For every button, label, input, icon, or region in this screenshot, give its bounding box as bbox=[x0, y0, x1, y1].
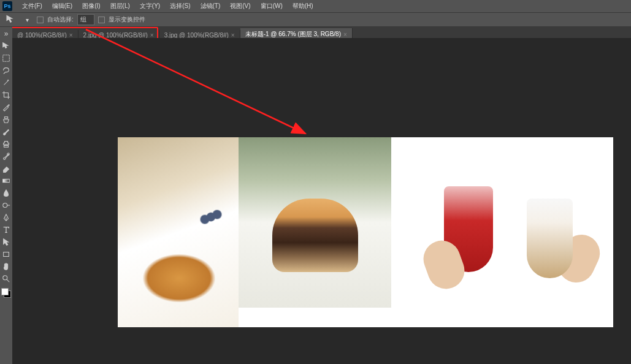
show-transform-checkbox[interactable] bbox=[98, 17, 105, 23]
menu-filter[interactable]: 滤镜(T) bbox=[196, 1, 226, 12]
marquee-tool[interactable] bbox=[1, 53, 12, 64]
show-transform-label: 显示变换控件 bbox=[109, 15, 145, 24]
gradient-tool[interactable] bbox=[1, 175, 12, 186]
lasso-tool[interactable] bbox=[1, 65, 12, 76]
tool-preset-dropdown[interactable]: ▾ bbox=[21, 15, 33, 25]
canvas-area[interactable] bbox=[12, 38, 631, 364]
blur-tool[interactable] bbox=[1, 188, 12, 199]
clone-stamp-tool[interactable] bbox=[1, 138, 12, 150]
svg-rect-1 bbox=[4, 117, 7, 119]
svg-point-6 bbox=[3, 276, 7, 280]
menu-edit[interactable]: 编辑(E) bbox=[47, 1, 77, 12]
menu-file[interactable]: 文件(F) bbox=[17, 1, 47, 12]
menu-bar: Ps 文件(F) 编辑(E) 图像(I) 图层(L) 文字(Y) 选择(S) 滤… bbox=[0, 0, 631, 12]
dodge-tool[interactable] bbox=[1, 200, 12, 211]
path-select-tool[interactable] bbox=[1, 237, 12, 248]
options-bar: ▾ 自动选择: 组 显示变换控件 bbox=[0, 12, 631, 27]
close-icon[interactable]: × bbox=[343, 31, 347, 38]
doc-tab-label: 未标题-1 @ 66.7% (图层 3, RGB/8) bbox=[245, 30, 341, 39]
svg-rect-0 bbox=[3, 55, 10, 62]
menu-type[interactable]: 文字(Y) bbox=[135, 1, 165, 12]
spot-heal-tool[interactable] bbox=[1, 114, 12, 125]
auto-select-dropdown[interactable]: 组 bbox=[77, 14, 94, 25]
history-brush-tool[interactable] bbox=[1, 151, 12, 162]
eraser-tool[interactable] bbox=[1, 163, 12, 174]
svg-point-4 bbox=[3, 203, 7, 208]
menu-select[interactable]: 选择(S) bbox=[165, 1, 195, 12]
hand-tool[interactable] bbox=[1, 261, 12, 272]
hand-shape bbox=[418, 235, 470, 294]
app-logo: Ps bbox=[2, 1, 12, 11]
pen-tool[interactable] bbox=[1, 212, 12, 223]
menu-layer[interactable]: 图层(L) bbox=[105, 1, 135, 12]
menu-view[interactable]: 视图(V) bbox=[225, 1, 255, 12]
brush-tool[interactable] bbox=[1, 126, 12, 137]
menu-image[interactable]: 图像(I) bbox=[77, 1, 105, 12]
magic-wand-tool[interactable] bbox=[1, 77, 12, 88]
menu-window[interactable]: 窗口(W) bbox=[256, 1, 288, 12]
move-tool[interactable] bbox=[1, 40, 12, 51]
rectangle-tool[interactable] bbox=[1, 249, 12, 260]
crop-tool[interactable] bbox=[1, 89, 12, 100]
svg-rect-5 bbox=[4, 252, 9, 257]
auto-select-label: 自动选择: bbox=[47, 15, 74, 24]
svg-rect-3 bbox=[3, 179, 10, 182]
eyedropper-tool[interactable] bbox=[1, 102, 12, 113]
collapse-icon[interactable]: » bbox=[1, 28, 12, 39]
document-canvas[interactable] bbox=[118, 137, 613, 327]
layer-image-2[interactable] bbox=[239, 137, 391, 308]
color-swatches[interactable] bbox=[1, 288, 11, 298]
tools-panel: » bbox=[0, 27, 12, 364]
zoom-tool[interactable] bbox=[1, 273, 12, 284]
hand-shape bbox=[552, 229, 606, 289]
layer-image-3[interactable] bbox=[407, 137, 610, 308]
type-tool[interactable] bbox=[1, 224, 12, 235]
foreground-color-swatch[interactable] bbox=[1, 288, 9, 295]
auto-select-checkbox[interactable] bbox=[37, 17, 44, 23]
menu-help[interactable]: 帮助(H) bbox=[288, 1, 318, 12]
layer-image-1[interactable] bbox=[118, 137, 239, 327]
move-tool-icon bbox=[5, 15, 17, 25]
